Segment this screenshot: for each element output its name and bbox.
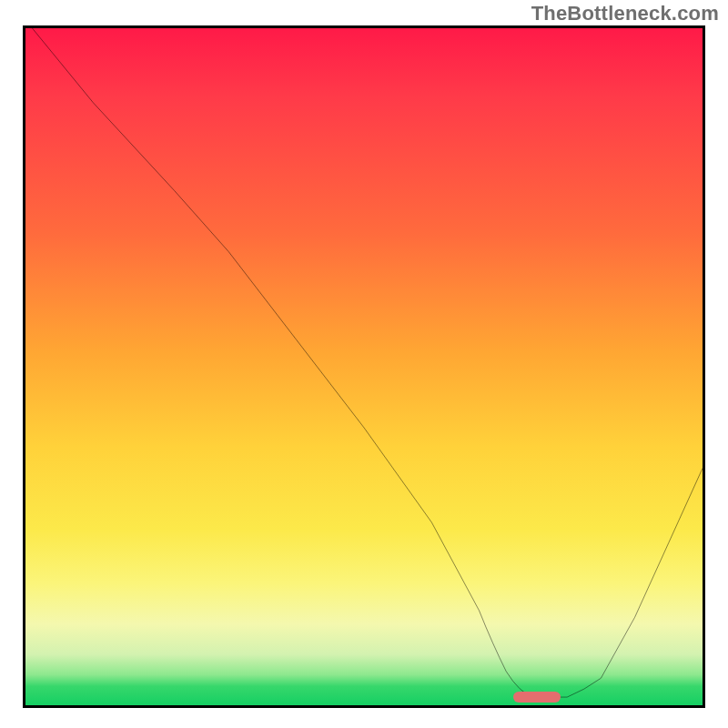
chart-container: TheBottleneck.com [0, 0, 728, 728]
plot-area [23, 25, 705, 708]
watermark-text: TheBottleneck.com [531, 2, 719, 25]
heat-gradient-background [25, 28, 703, 705]
optimal-range-marker [513, 692, 561, 703]
